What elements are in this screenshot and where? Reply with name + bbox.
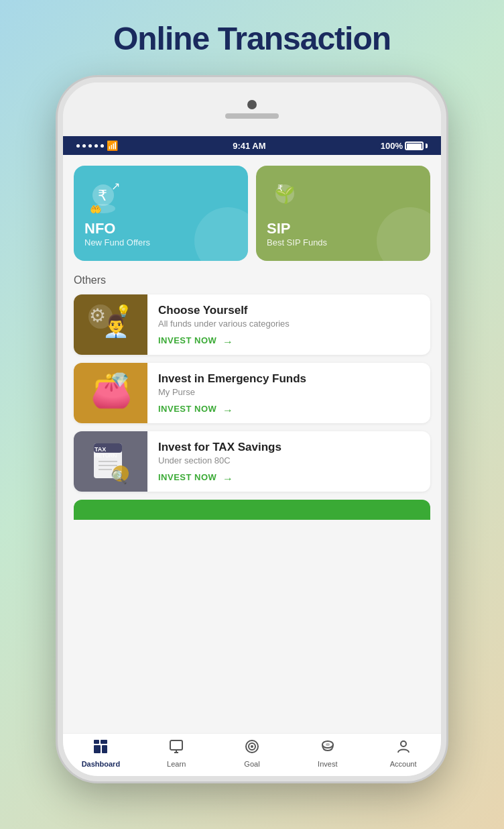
arrow-right-icon (220, 404, 235, 414)
arrow-right-icon (220, 473, 235, 482)
svg-text:₹: ₹ (277, 183, 283, 193)
tax-savings-title: Invest for TAX Savings (158, 441, 420, 454)
tax-thumbnail: TAX RETURN $ 🔍 (74, 431, 147, 492)
svg-text:🤲: 🤲 (90, 204, 102, 215)
svg-point-33 (251, 745, 253, 748)
signal-dot (82, 144, 86, 148)
tax-savings-item[interactable]: TAX RETURN $ 🔍 Invest for TAX Savings Un… (74, 431, 430, 492)
svg-rect-27 (102, 745, 107, 753)
svg-text:TAX: TAX (94, 446, 106, 453)
svg-point-35 (326, 743, 330, 746)
choose-yourself-subtitle: All funds under various categories (158, 319, 420, 329)
status-time: 9:41 AM (233, 141, 265, 151)
dashboard-label: Dashboard (82, 760, 120, 768)
signal-dot (94, 144, 98, 148)
battery-tip (426, 144, 428, 148)
content-area: ₹ 🤲 ↗ NFO New Fund Offers (63, 155, 441, 733)
nav-goal[interactable]: Goal (232, 739, 272, 768)
svg-rect-28 (170, 740, 182, 750)
volume-button (58, 203, 59, 237)
partial-card (74, 500, 430, 520)
page-title: Online Transaction (113, 20, 391, 57)
svg-rect-25 (101, 740, 107, 744)
tax-invest-button[interactable]: INVEST NOW (158, 472, 420, 482)
nav-account[interactable]: Account (383, 739, 424, 768)
sip-title: SIP (267, 220, 290, 237)
svg-text:🔍: 🔍 (111, 469, 127, 485)
tax-savings-subtitle: Under section 80C (158, 455, 420, 465)
phone-bezel-top (63, 82, 441, 136)
svg-text:💡: 💡 (116, 304, 131, 319)
bottom-nav: Dashboard Learn (63, 733, 441, 776)
nfo-icon: ₹ 🤲 ↗ (84, 179, 125, 216)
signal-dot (76, 144, 80, 148)
signal-dot (88, 144, 92, 148)
svg-text:₹: ₹ (98, 187, 107, 204)
svg-point-36 (401, 741, 406, 747)
nav-invest[interactable]: Invest (308, 739, 348, 768)
top-cards-row: ₹ 🤲 ↗ NFO New Fund Offers (74, 166, 430, 261)
svg-rect-24 (94, 740, 99, 744)
nfo-card[interactable]: ₹ 🤲 ↗ NFO New Fund Offers (74, 166, 248, 261)
account-label: Account (390, 760, 417, 768)
tax-savings-body: Invest for TAX Savings Under section 80C… (147, 431, 430, 492)
learn-icon (169, 739, 184, 758)
emergency-funds-subtitle: My Purse (158, 387, 420, 397)
battery-percent: 100% (381, 141, 403, 151)
status-left: 📶 (76, 140, 118, 151)
goal-icon (245, 739, 259, 758)
emergency-funds-body: Invest in Emergency Funds My Purse INVES… (147, 363, 430, 423)
earpiece (225, 113, 279, 119)
nav-learn[interactable]: Learn (156, 739, 196, 768)
emergency-invest-button[interactable]: INVEST NOW (158, 404, 420, 414)
invest-icon (320, 739, 335, 758)
goal-label: Goal (244, 760, 259, 768)
front-camera (247, 100, 257, 109)
nav-dashboard[interactable]: Dashboard (80, 739, 121, 768)
emergency-funds-title: Invest in Emergency Funds (158, 372, 420, 386)
svg-text:RETURN: RETURN (94, 453, 117, 459)
status-bar: 📶 9:41 AM 100% (63, 136, 441, 155)
sip-subtitle: Best SIP Funds (267, 237, 327, 247)
choose-yourself-item[interactable]: ⚙ 👨‍💼 💡 Choose Yourself All funds under … (74, 294, 430, 355)
invest-label: Invest (318, 760, 337, 768)
sip-card[interactable]: 🌱 ₹ SIP Best SIP Funds (256, 166, 430, 261)
choose-yourself-thumbnail: ⚙ 👨‍💼 💡 (74, 294, 147, 355)
svg-rect-26 (94, 745, 101, 753)
others-section-label: Others (74, 274, 430, 286)
emergency-thumbnail: 👛 💎 (74, 363, 147, 423)
choose-yourself-body: Choose Yourself All funds under various … (147, 294, 430, 355)
battery-bar (405, 142, 424, 150)
dashboard-icon (93, 739, 108, 758)
phone-screen: 📶 9:41 AM 100% ₹ (63, 136, 441, 776)
phone-shell: 📶 9:41 AM 100% ₹ (58, 77, 446, 781)
svg-text:💎: 💎 (111, 371, 129, 389)
learn-label: Learn (167, 760, 186, 768)
account-icon (396, 739, 411, 758)
wifi-icon: 📶 (107, 140, 118, 151)
signal-dot (101, 144, 104, 148)
nfo-subtitle: New Fund Offers (84, 237, 150, 247)
arrow-right-icon (220, 336, 235, 345)
battery-indicator: 100% (381, 141, 428, 151)
power-button (445, 190, 446, 237)
choose-yourself-invest-button[interactable]: INVEST NOW (158, 335, 420, 345)
svg-text:↗: ↗ (111, 180, 120, 192)
nfo-title: NFO (84, 220, 115, 237)
sip-icon: 🌱 ₹ (267, 179, 304, 216)
emergency-funds-item[interactable]: 👛 💎 Invest in Emergency Funds My Purse I… (74, 363, 430, 423)
choose-yourself-title: Choose Yourself (158, 304, 420, 317)
